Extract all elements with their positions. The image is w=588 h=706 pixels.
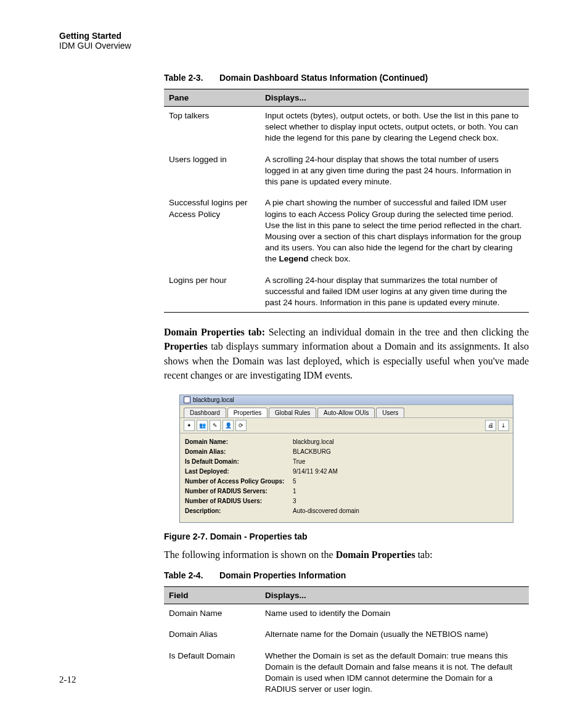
prop-value: 3 — [293, 496, 296, 506]
figure-caption: Figure 2-7. Domain - Properties tab — [164, 532, 529, 541]
text: tab: — [415, 549, 433, 560]
table-2-3-caption: Table 2-3. Domain Dashboard Status Infor… — [164, 73, 529, 83]
list-item: Domain Name:blackburg.local — [185, 437, 508, 447]
list-item: Number of Access Policy Groups:5 — [185, 477, 508, 486]
properties-window-screenshot: blackburg.local Dashboard Properties Glo… — [179, 395, 513, 523]
running-head-subtitle: IDM GUI Overview — [59, 41, 529, 51]
table-2-4: Field Displays... Domain Name Name used … — [164, 586, 529, 699]
table-row: Top talkers Input octets (bytes), output… — [164, 107, 529, 150]
cell-displays: A scrolling 24-hour display that shows t… — [260, 150, 529, 194]
list-item: Number of RADIUS Users:3 — [185, 496, 508, 506]
new-icon[interactable]: ✦ — [184, 420, 195, 431]
bold-text: Legend — [279, 254, 309, 263]
list-item: Domain Alias:BLACKBURG — [185, 447, 508, 457]
prop-label: Number of RADIUS Servers: — [185, 486, 293, 496]
cell-field: Is Default Domain — [164, 647, 260, 699]
cell-displays: Input octets (bytes), output octets, or … — [260, 107, 529, 150]
cell-pane: Users logged in — [164, 150, 260, 194]
tab-dashboard[interactable]: Dashboard — [184, 408, 226, 417]
prop-value: blackburg.local — [293, 437, 334, 447]
content-area: Table 2-3. Domain Dashboard Status Infor… — [164, 73, 529, 699]
prop-label: Is Default Domain: — [185, 457, 293, 467]
text: check box. — [309, 254, 351, 263]
print-icon[interactable]: 🖨 — [485, 420, 496, 431]
cell-field: Domain Alias — [164, 625, 260, 646]
cell-displays: A pie chart showing the number of succes… — [260, 194, 529, 271]
tab-global-rules[interactable]: Global Rules — [269, 408, 316, 417]
table-2-4-caption: Table 2-4. Domain Properties Information — [164, 570, 529, 580]
window-titlebar: blackburg.local — [180, 395, 513, 405]
caption-number: Table 2-3. — [164, 73, 217, 83]
cell-pane: Successful logins per Access Policy — [164, 194, 260, 271]
toolbar: ✦ 👥 ✎ 👤 ⟳ 🖨 ⤓ — [180, 417, 513, 433]
properties-list: Domain Name:blackburg.local Domain Alias… — [180, 433, 513, 522]
domain-properties-paragraph: Domain Properties tab: Selecting an indi… — [164, 325, 529, 382]
prop-label: Description: — [185, 506, 293, 516]
text: The following information is shown on th… — [164, 549, 336, 560]
window-title: blackburg.local — [193, 396, 234, 403]
prop-value: 1 — [293, 486, 296, 496]
bold-lead: Domain Properties tab: — [164, 327, 265, 337]
cell-displays: Alternate name for the Domain (usually t… — [260, 625, 529, 646]
tab-auto-allow-ouis[interactable]: Auto-Allow OUIs — [317, 408, 375, 417]
toolbar-left-group: ✦ 👥 ✎ 👤 ⟳ — [184, 420, 247, 431]
caption-text: Domain Dashboard Status Information (Con… — [219, 73, 428, 83]
prop-value: 5 — [293, 477, 296, 486]
table-row: Logins per hour A scrolling 24-hour disp… — [164, 271, 529, 313]
toolbar-right-group: 🖨 ⤓ — [485, 420, 509, 431]
prop-value: BLACKBURG — [293, 447, 331, 457]
table-row: Domain Name Name used to identify the Do… — [164, 604, 529, 626]
bold-text: Properties — [164, 341, 208, 351]
tab-users[interactable]: Users — [376, 408, 404, 417]
running-head-title: Getting Started — [59, 31, 529, 41]
cell-pane: Logins per hour — [164, 271, 260, 313]
tab-bar: Dashboard Properties Global Rules Auto-A… — [180, 405, 513, 417]
users-icon[interactable]: 👥 — [197, 420, 208, 431]
page: Getting Started IDM GUI Overview Table 2… — [0, 0, 588, 706]
following-info-paragraph: The following information is shown on th… — [164, 548, 529, 562]
cell-displays: Name used to identify the Domain — [260, 604, 529, 626]
bold-text: Domain Properties — [336, 549, 415, 560]
prop-value: Auto-discovered domain — [293, 506, 359, 516]
window-icon — [184, 396, 190, 403]
cell-displays: Whether the Domain is set as the default… — [260, 647, 529, 699]
prop-label: Domain Alias: — [185, 447, 293, 457]
th-displays: Displays... — [260, 89, 529, 107]
export-icon[interactable]: ⤓ — [498, 420, 509, 431]
list-item: Number of RADIUS Servers:1 — [185, 486, 508, 496]
cell-pane: Top talkers — [164, 107, 260, 150]
text: Selecting an individual domain in the tr… — [265, 327, 529, 337]
prop-value: 9/14/11 9:42 AM — [293, 467, 338, 477]
table-row: Is Default Domain Whether the Domain is … — [164, 647, 529, 699]
th-field: Field — [164, 587, 260, 604]
table-row: Successful logins per Access Policy A pi… — [164, 194, 529, 271]
th-displays: Displays... — [260, 587, 529, 604]
cell-field: Domain Name — [164, 604, 260, 626]
caption-text: Domain Properties Information — [219, 570, 346, 580]
table-2-3: Pane Displays... Top talkers Input octet… — [164, 89, 529, 313]
prop-label: Number of RADIUS Users: — [185, 496, 293, 506]
table-row: Users logged in A scrolling 24-hour disp… — [164, 150, 529, 194]
text: tab displays summary information about a… — [164, 341, 529, 380]
prop-value: True — [293, 457, 305, 467]
prop-label: Number of Access Policy Groups: — [185, 477, 293, 486]
page-number: 2-12 — [59, 675, 76, 685]
tab-properties[interactable]: Properties — [227, 408, 268, 417]
prop-label: Domain Name: — [185, 437, 293, 447]
th-pane: Pane — [164, 89, 260, 107]
user-icon[interactable]: 👤 — [223, 420, 234, 431]
prop-label: Last Deployed: — [185, 467, 293, 477]
list-item: Last Deployed:9/14/11 9:42 AM — [185, 467, 508, 477]
list-item: Description:Auto-discovered domain — [185, 506, 508, 516]
table-row: Domain Alias Alternate name for the Doma… — [164, 625, 529, 646]
refresh-icon[interactable]: ⟳ — [235, 420, 247, 431]
list-item: Is Default Domain:True — [185, 457, 508, 467]
cell-displays: A scrolling 24-hour display that summari… — [260, 271, 529, 313]
caption-number: Table 2-4. — [164, 570, 217, 580]
edit-icon[interactable]: ✎ — [210, 420, 221, 431]
